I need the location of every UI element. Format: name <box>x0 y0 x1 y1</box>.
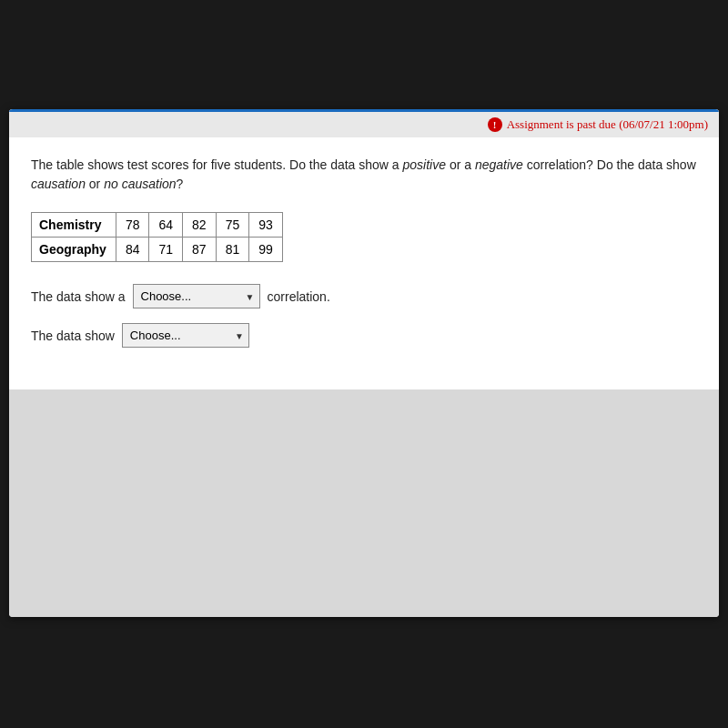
causation-prefix: The data show <box>31 329 115 343</box>
correlation-prefix: The data show a <box>31 289 126 304</box>
bottom-area <box>9 389 719 617</box>
cell: 84 <box>116 238 149 262</box>
data-table: Chemistry 78 64 82 75 93 Geography 84 71… <box>31 212 283 262</box>
correlation-select-wrapper: Choose... positive negative <box>133 284 260 308</box>
correlation-row: The data show a Choose... positive negat… <box>31 284 697 308</box>
cell: 71 <box>149 238 183 262</box>
table-row: Geography 84 71 87 81 99 <box>32 238 283 262</box>
content-area: The table shows test scores for five stu… <box>9 137 719 389</box>
cell: 82 <box>183 213 217 238</box>
cell: 81 <box>216 238 249 262</box>
top-bar: ! Assignment is past due (06/07/21 1:00p… <box>9 109 719 137</box>
row-label-geography: Geography <box>32 238 116 262</box>
cell: 99 <box>249 238 283 262</box>
causation-select[interactable]: Choose... causation no causation <box>122 323 249 348</box>
cell: 78 <box>116 213 149 238</box>
cell: 93 <box>249 213 283 238</box>
question-text: The table shows test scores for five stu… <box>31 156 697 194</box>
screen-container: ! Assignment is past due (06/07/21 1:00p… <box>9 109 719 617</box>
table-row: Chemistry 78 64 82 75 93 <box>32 213 283 238</box>
correlation-suffix: correlation. <box>268 289 330 304</box>
row-label-chemistry: Chemistry <box>32 213 116 238</box>
cell: 75 <box>216 213 249 238</box>
cell: 87 <box>183 238 217 262</box>
causation-select-wrapper: Choose... causation no causation <box>122 323 249 348</box>
causation-row: The data show Choose... causation no cau… <box>31 323 697 348</box>
cell: 64 <box>149 213 183 238</box>
past-due-notice: ! Assignment is past due (06/07/21 1:00p… <box>488 117 708 132</box>
past-due-text: Assignment is past due (06/07/21 1:00pm) <box>507 117 708 132</box>
warning-icon: ! <box>488 117 502 132</box>
correlation-select[interactable]: Choose... positive negative <box>133 284 260 308</box>
